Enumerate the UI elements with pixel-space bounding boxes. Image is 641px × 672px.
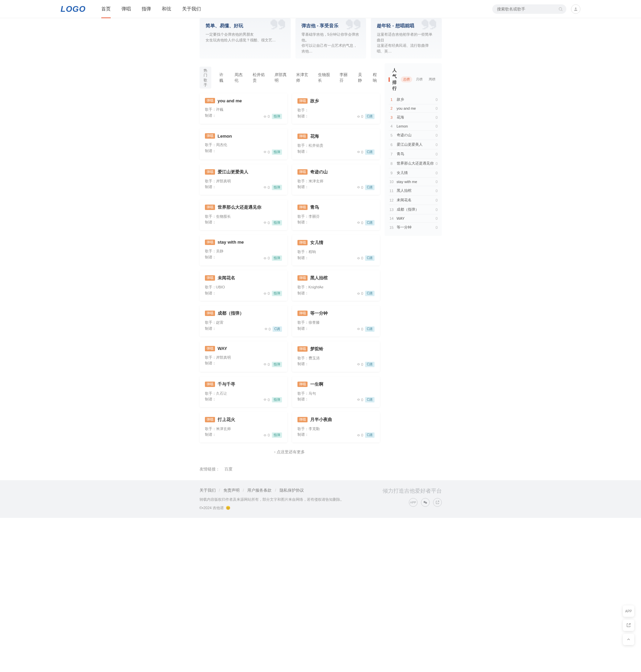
footer-link[interactable]: 用户服务条款 (247, 488, 272, 493)
rank-item[interactable]: 7青鸟0 (388, 149, 438, 159)
song-artist: 歌手：李丽芬 (298, 214, 374, 220)
filter-item[interactable]: 米津玄师 (296, 72, 310, 83)
footer-link[interactable]: 隐私保护协议 (279, 488, 304, 493)
eye-icon (357, 362, 360, 366)
rank-num: 5 (388, 133, 395, 137)
nav-和弦[interactable]: 和弦 (162, 0, 171, 18)
rank-item[interactable]: 3花海0 (388, 113, 438, 122)
song-card[interactable]: 弹唱等一分钟歌手：徐誉滕制谱：0C调 (292, 305, 380, 336)
song-card[interactable]: 弹唱千与千寻歌手：久石让制谱：0指弹 (200, 376, 287, 407)
search-input[interactable] (492, 4, 566, 14)
footer-app-icon[interactable]: APP (409, 498, 418, 507)
song-card[interactable]: 弹唱花海歌手：松井佑贵制谱：0C调 (292, 128, 380, 159)
rank-item[interactable]: 8世界那么大还是遇见你0 (388, 159, 438, 168)
song-badge: 弹唱 (205, 239, 215, 245)
rank-tab[interactable]: 周榜 (426, 77, 438, 82)
song-card[interactable]: 弹唱爱江山更爱美人歌手：岸部真明制谱：0指弹 (200, 164, 287, 195)
filter-item[interactable]: 生物股长 (318, 72, 332, 83)
song-title: 一生啊 (310, 381, 323, 387)
footer-desc: 转载内容版权归作者及来源网站所有，部分文字和图片来自网络，若有侵权请告知删除。 (200, 497, 344, 503)
song-card[interactable]: 弹唱you and me歌手：许巍制谱：0指弹 (200, 93, 287, 124)
rank-count: 0 (435, 133, 437, 137)
song-artist: 歌手：李克勤 (298, 426, 374, 432)
user-button[interactable] (571, 4, 581, 14)
footer-link[interactable]: 关于我们 (200, 488, 216, 493)
rank-bar (388, 78, 390, 82)
rank-num: 11 (388, 189, 395, 193)
rank-item[interactable]: 10stay with me0 (388, 178, 438, 186)
rank-name: 成都（指弹） (397, 207, 436, 212)
filter-item[interactable]: 李丽芬 (340, 72, 350, 83)
filter-item[interactable]: 吴静 (358, 72, 365, 83)
rank-item[interactable]: 11黑人抬棺0 (388, 186, 438, 195)
nav-关于我们[interactable]: 关于我们 (182, 0, 201, 18)
rank-item[interactable]: 5奇迹の山0 (388, 131, 438, 140)
search-box (492, 4, 566, 14)
song-card[interactable]: 弹唱女儿情歌手：程响制谱：0C调 (292, 235, 380, 265)
song-card[interactable]: 弹唱青鸟歌手：李丽芬制谱：0C调 (292, 200, 380, 230)
song-card[interactable]: 弹唱Lemon歌手：周杰伦制谱：0指弹 (200, 128, 287, 159)
rank-num: 13 (388, 208, 395, 212)
rank-item[interactable]: 4Lemon0 (388, 122, 438, 131)
friend-link[interactable]: 百度 (224, 467, 232, 471)
song-card[interactable]: 弹唱奇迹の山歌手：米津玄师制谱：0C调 (292, 164, 380, 195)
search-icon[interactable] (558, 7, 563, 11)
rank-tab[interactable]: 月榜 (413, 77, 425, 82)
footer-share-icon[interactable] (433, 498, 442, 507)
song-card[interactable]: 弹唱黑人抬棺歌手：KnightAe制谱：0C调 (292, 270, 380, 301)
song-badge: 弹唱 (205, 382, 215, 387)
rank-item[interactable]: 6爱江山更爱美人0 (388, 140, 438, 149)
song-title: WAY (218, 346, 227, 351)
rank-item[interactable]: 9女儿情0 (388, 168, 438, 178)
more-link[interactable]: 点这里还有更多 (200, 442, 380, 462)
footer-wechat-icon[interactable] (421, 498, 430, 507)
eye-icon (263, 221, 267, 224)
song-artist: 歌手：松井佑贵 (298, 143, 374, 149)
rank-item[interactable]: 15等一分钟0 (388, 223, 438, 232)
song-card[interactable]: 弹唱成都（指弹）歌手：赵雷制谱：0C调 (200, 305, 287, 336)
song-card[interactable]: 弹唱未闻花名歌手：UBIO制谱：0指弹 (200, 270, 287, 301)
logo[interactable]: LOGO (60, 4, 86, 14)
eye-icon (263, 292, 267, 296)
rank-item[interactable]: 2you and me0 (388, 104, 438, 113)
filter-item[interactable]: 许巍 (219, 72, 226, 83)
rank-item[interactable]: 1故乡0 (388, 95, 438, 104)
rank-name: 爱江山更爱美人 (397, 142, 436, 147)
filter-item[interactable]: 岸部真明 (275, 72, 288, 83)
rank-num: 7 (388, 152, 395, 156)
filter-item[interactable]: 松井佑贵 (253, 72, 267, 83)
song-card[interactable]: 弹唱世界那么大还是遇见你歌手：生物股长制谱：0指弹 (200, 200, 287, 230)
rank-name: you and me (397, 106, 436, 110)
song-title: 成都（指弹） (218, 310, 244, 316)
song-card[interactable]: 弹唱月半小夜曲歌手：李克勤制谱：0C调 (292, 412, 380, 442)
nav-首页[interactable]: 首页 (101, 0, 111, 18)
filter-item[interactable]: 程响 (373, 72, 380, 83)
song-card[interactable]: 弹唱故乡歌手：制谱：0C调 (292, 93, 380, 124)
song-card[interactable]: 弹唱WAY歌手：岸部真明制谱：0指弹 (200, 341, 287, 372)
filter-item[interactable]: 周杰伦 (234, 72, 245, 83)
song-title: 月半小夜曲 (310, 416, 332, 423)
promo-card[interactable]: ❞弹吉他 - 享受音乐零基础学吉他，5分钟让你学会弹吉他。你可以让自己有一点艺术… (296, 18, 366, 58)
song-card[interactable]: 弹唱一生啊歌手：马句制谱：0C调 (292, 376, 380, 407)
song-card[interactable]: 弹唱stay with me歌手：吴静制谱：0指弹 (200, 235, 287, 265)
nav-弹唱[interactable]: 弹唱 (122, 0, 131, 18)
nav-指弹[interactable]: 指弹 (142, 0, 151, 18)
song-tag: C调 (365, 185, 374, 190)
rank-item[interactable]: 14WAY0 (388, 214, 438, 223)
rank-item[interactable]: 13成都（指弹）0 (388, 205, 438, 214)
footer-link[interactable]: 免责声明 (223, 488, 240, 493)
float-share-button[interactable] (623, 619, 634, 631)
emoji-icon: 😊 (226, 506, 231, 510)
rank-num: 14 (388, 216, 395, 220)
promo-row: ❞简单、易懂、好玩一定要找个会弹吉他的男朋友女生玩吉他给人什么感觉？很酷、很文艺… (200, 18, 442, 58)
promo-card[interactable]: ❞趁年轻 - 想唱就唱这里有适合吉他初学者的一些简单曲目这里还有经典民谣、流行歌… (371, 18, 441, 58)
song-card[interactable]: 弹唱梦驼铃歌手：费玉清制谱：0C调 (292, 341, 380, 372)
song-title: 千与千寻 (218, 381, 235, 387)
float-app-button[interactable]: APP (623, 605, 634, 617)
rank-tab[interactable]: 总榜 (401, 77, 412, 82)
song-badge: 弹唱 (205, 205, 215, 210)
float-top-button[interactable] (623, 634, 634, 645)
promo-card[interactable]: ❞简单、易懂、好玩一定要找个会弹吉他的男朋友女生玩吉他给人什么感觉？很酷、很文艺… (200, 18, 291, 58)
song-card[interactable]: 弹唱打上花火歌手：米津玄师制谱：0指弹 (200, 412, 287, 442)
rank-item[interactable]: 12未闻花名0 (388, 195, 438, 205)
